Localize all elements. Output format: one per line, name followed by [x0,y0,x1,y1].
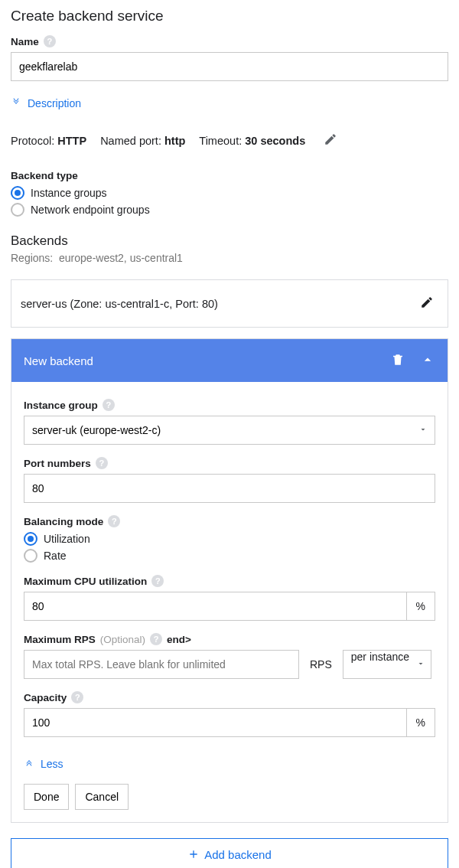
backend-type-network-endpoint-groups[interactable]: Network endpoint groups [11,203,448,217]
balancing-mode-rate[interactable]: Rate [24,549,435,563]
trash-icon [391,353,405,367]
help-icon[interactable]: ? [108,515,120,527]
settings-summary: Protocol: HTTP Named port: http Timeout:… [11,128,448,153]
chevron-up-icon [420,352,435,367]
backends-title: Backends [11,233,448,249]
backend-summary: server-us (Zone: us-central1-c, Port: 80… [21,298,218,310]
add-backend-button[interactable]: Add backend [11,838,448,868]
backend-type-label: Backend type [11,170,448,181]
name-input[interactable] [11,52,448,81]
help-icon[interactable]: ? [44,35,56,47]
regions-line: Regions: europe-west2, us-central1 [11,252,448,264]
pencil-icon [324,132,337,146]
chevron-down-icon [11,96,21,109]
name-label: Name ? [11,35,448,47]
collapse-backend-button[interactable] [420,352,435,370]
help-icon[interactable]: ? [96,457,108,469]
capacity-label: Capacity ? [24,691,435,703]
radio-icon [11,186,24,200]
percent-suffix: % [406,592,435,621]
less-toggle[interactable]: Less [24,757,435,770]
balancing-mode-utilization[interactable]: Utilization [24,532,435,546]
page-title: Create backend service [11,8,448,24]
rps-unit-label: RPS [310,658,332,671]
max-rps-input[interactable] [24,650,299,679]
delete-backend-button[interactable] [391,353,405,369]
edit-backend-button[interactable] [415,291,438,316]
help-icon[interactable]: ? [150,633,162,645]
help-icon[interactable]: ? [151,575,164,587]
backend-type-instance-groups[interactable]: Instance groups [11,186,448,200]
chevron-up-icon [24,757,34,770]
done-button[interactable]: Done [24,784,69,810]
new-backend-header: New backend [11,339,448,382]
max-cpu-label: Maximum CPU utilization ? [24,575,435,587]
port-numbers-label: Port numbers ? [24,457,435,469]
instance-group-label: Instance group ? [24,399,435,411]
help-icon[interactable]: ? [103,399,115,411]
max-cpu-input[interactable] [24,592,406,621]
max-rps-label: Maximum RPS (Optional) ? end> [24,633,435,645]
radio-icon [24,549,37,563]
help-icon[interactable]: ? [71,691,83,703]
pencil-icon [420,295,434,309]
plus-icon [187,848,200,860]
capacity-input[interactable] [24,708,406,737]
new-backend-panel: New backend Instance group ? [11,338,448,823]
edit-settings-button[interactable] [319,128,342,153]
rps-scope-select[interactable]: per instance [343,650,431,679]
balancing-mode-label: Balancing mode ? [24,515,435,527]
instance-group-select[interactable] [24,416,435,445]
radio-icon [11,203,24,217]
radio-icon [24,532,37,546]
backend-card: server-us (Zone: us-central1-c, Port: 80… [11,279,448,328]
description-toggle[interactable]: Description [11,96,448,109]
cancel-button[interactable]: Cancel [75,784,129,810]
percent-suffix: % [406,708,435,737]
port-numbers-input[interactable] [24,474,435,503]
